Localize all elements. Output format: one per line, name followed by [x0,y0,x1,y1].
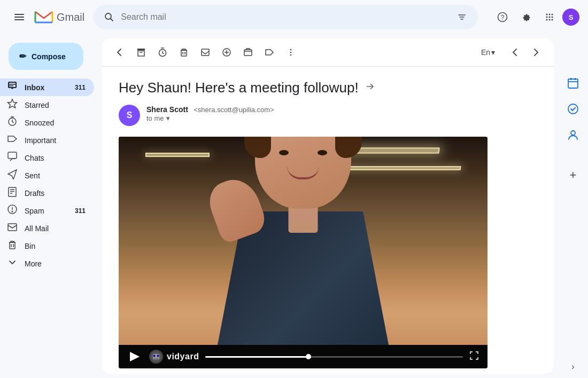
contacts-panel-button[interactable] [562,124,584,145]
svg-point-46 [290,54,292,56]
right-panel: + › [558,34,588,378]
prev-email-button[interactable] [506,43,525,62]
sidebar-item-spam[interactable]: Spam 311 [0,202,94,219]
main-wrapper: ✏ Compose Inbox 311 Starred Snoozed [0,0,588,378]
email-subject: Hey Shaun! Here's a meeting followup! [119,80,537,96]
sidebar-item-starred[interactable]: Starred [0,96,94,114]
topbar: Gmail ? [0,0,588,34]
more-actions-button[interactable] [281,43,300,62]
bin-label: Bin [25,242,86,250]
back-button[interactable] [110,43,129,62]
starred-label: Starred [25,101,86,109]
sidebar-item-chats[interactable]: Chats [0,149,94,167]
svg-rect-31 [10,242,15,249]
search-input[interactable] [121,12,450,22]
svg-rect-22 [8,152,17,159]
tasks-panel-button[interactable] [562,98,584,120]
sidebar-item-inbox[interactable]: Inbox 311 [0,78,94,96]
drafts-icon [6,186,18,200]
important-label: Important [25,136,86,145]
mark-as-button[interactable] [196,43,215,62]
video-thumbnail [119,137,488,345]
add-panel-button[interactable]: + [562,164,584,186]
vidyard-text: vidyard [167,352,199,361]
compose-label: Compose [32,52,66,61]
svg-rect-43 [244,50,252,56]
play-triangle-icon [130,352,140,361]
sidebar-item-important[interactable]: Important [0,131,94,149]
sidebar-item-all-mail[interactable]: All Mail [0,219,94,237]
svg-rect-1 [14,17,24,18]
expand-panel-button[interactable]: › [571,362,574,372]
svg-point-9 [552,14,553,15]
important-icon [6,133,18,147]
next-email-button[interactable] [526,43,545,62]
sidebar-item-bin[interactable]: Bin [0,237,94,255]
move-to-button[interactable] [238,43,258,62]
inbox-count: 311 [75,84,86,91]
video-progress-bar[interactable] [205,356,463,358]
svg-point-11 [549,17,551,18]
starred-icon [6,98,18,112]
sender-row: S Shera Scott <shera.scott@upilia.com> t… [119,105,537,126]
sender-avatar: S [119,105,140,126]
all-mail-icon [6,222,18,235]
svg-rect-23 [9,187,16,196]
vidyard-logo: vidyard [149,349,199,364]
gmail-logo: Gmail [34,10,84,25]
delete-button[interactable] [174,43,194,62]
chats-icon [6,151,18,164]
snoozed-label: Snoozed [25,119,86,127]
sidebar-item-more[interactable]: More [0,255,94,272]
svg-point-10 [546,17,548,18]
video-embed[interactable]: vidyard [119,137,488,368]
person-eye-left [279,150,289,155]
language-button[interactable]: En ▾ [477,46,499,59]
subject-forward-icon[interactable] [365,82,375,94]
sidebar-item-snoozed[interactable]: Snoozed [0,114,94,131]
play-button[interactable] [127,349,142,364]
user-avatar[interactable]: S [562,9,579,26]
archive-button[interactable] [131,43,151,62]
settings-button[interactable] [515,6,537,28]
search-bar[interactable] [93,5,478,29]
svg-point-56 [568,104,578,114]
compose-button[interactable]: ✏ Compose [9,43,83,70]
video-progress-dot [306,354,311,359]
gmail-logo-text: Gmail [57,11,84,23]
sidebar-item-drafts[interactable]: Drafts [0,184,94,202]
video-controls: vidyard [119,345,488,368]
inbox-icon [6,81,18,94]
svg-marker-18 [8,99,17,108]
svg-point-57 [571,131,575,135]
to-label: to me [146,114,164,122]
vidyard-robot-icon [149,349,164,364]
svg-point-50 [153,355,156,357]
sender-name-line: Shera Scott <shera.scott@upilia.com> [146,105,537,114]
subject-text: Hey Shaun! Here's a meeting followup! [119,80,359,96]
svg-point-12 [552,17,553,18]
person-hair-left [244,137,271,158]
calendar-panel-button[interactable] [562,73,584,94]
add-task-button[interactable] [217,43,236,62]
snooze-button[interactable] [153,43,172,62]
svg-rect-0 [14,14,24,15]
svg-point-7 [546,14,548,15]
hamburger-button[interactable] [9,6,30,28]
all-mail-label: All Mail [25,224,86,233]
apps-button[interactable] [539,6,560,28]
help-button[interactable]: ? [492,6,513,28]
sidebar-item-sent[interactable]: Sent [0,167,94,184]
labels-button[interactable] [260,43,279,62]
svg-rect-30 [8,224,17,231]
more-label: More [25,259,86,268]
person-eye-right [318,150,327,155]
email-area: En ▾ Hey Shaun! Here's a meeting followu… [102,38,554,374]
inbox-label: Inbox [25,83,68,92]
nav-arrows [506,43,545,62]
more-icon [6,257,18,270]
bin-icon [6,239,18,253]
video-progress-fill [205,356,308,358]
fullscreen-button[interactable] [469,351,479,363]
to-line[interactable]: to me ▾ [146,114,537,122]
